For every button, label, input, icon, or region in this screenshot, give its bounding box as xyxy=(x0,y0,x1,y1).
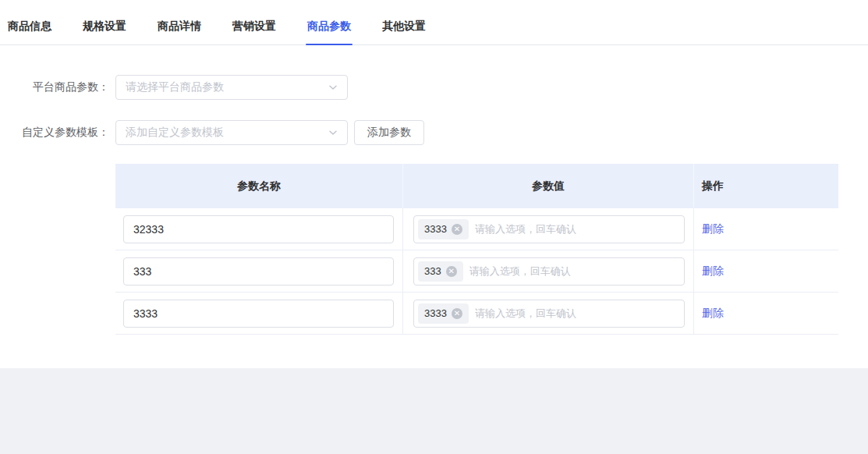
tab-spec-settings[interactable]: 规格设置 xyxy=(83,20,126,44)
delete-row-link[interactable]: 删除 xyxy=(702,222,724,236)
value-tag-label: 333 xyxy=(424,265,441,277)
action-cell: 删除 xyxy=(694,208,838,250)
tab-bar: 商品信息 规格设置 商品详情 营销设置 商品参数 其他设置 xyxy=(0,0,868,45)
tab-product-detail[interactable]: 商品详情 xyxy=(158,20,201,44)
param-value-tag-input[interactable]: 333✕ xyxy=(413,257,685,286)
params-table-header: 参数名称 参数值 操作 xyxy=(115,164,838,208)
platform-param-select-placeholder: 请选择平台商品参数 xyxy=(126,80,224,94)
param-value-cell: 3333✕ xyxy=(403,293,694,334)
platform-param-select[interactable]: 请选择平台商品参数 xyxy=(115,75,348,100)
custom-template-row: 自定义参数模板： 添加自定义参数模板 添加参数 xyxy=(0,120,868,145)
param-value-input[interactable] xyxy=(475,307,680,319)
value-tag: 3333✕ xyxy=(418,303,469,324)
value-tag: 3333✕ xyxy=(418,219,469,239)
chevron-down-icon xyxy=(328,128,338,137)
param-value-tag-input[interactable]: 3333✕ xyxy=(413,300,685,328)
param-name-input[interactable] xyxy=(123,257,394,286)
chevron-down-icon xyxy=(328,83,338,92)
platform-param-label: 平台商品参数： xyxy=(0,80,109,94)
tab-product-params[interactable]: 商品参数 xyxy=(307,20,351,44)
param-name-input[interactable] xyxy=(123,300,394,328)
tab-product-info[interactable]: 商品信息 xyxy=(8,20,51,44)
tag-close-icon[interactable]: ✕ xyxy=(446,266,457,277)
custom-template-label: 自定义参数模板： xyxy=(0,126,109,140)
param-value-cell: 3333✕ xyxy=(403,208,694,250)
add-param-button[interactable]: 添加参数 xyxy=(354,120,424,145)
param-name-input[interactable] xyxy=(123,215,394,243)
param-name-cell xyxy=(115,250,403,292)
value-tag-label: 3333 xyxy=(424,307,447,319)
tab-other-settings[interactable]: 其他设置 xyxy=(382,20,426,44)
table-row: 3333✕ 删除 xyxy=(115,208,838,250)
tab-marketing-settings[interactable]: 营销设置 xyxy=(232,20,276,44)
custom-template-select-placeholder: 添加自定义参数模板 xyxy=(126,126,224,140)
platform-param-row: 平台商品参数： 请选择平台商品参数 xyxy=(0,75,868,100)
header-action: 操作 xyxy=(694,164,838,208)
param-value-tag-input[interactable]: 3333✕ xyxy=(413,215,685,243)
tag-close-icon[interactable]: ✕ xyxy=(452,224,462,235)
header-param-value: 参数值 xyxy=(403,164,694,208)
action-cell: 删除 xyxy=(694,293,838,334)
custom-template-select[interactable]: 添加自定义参数模板 xyxy=(115,120,348,145)
delete-row-link[interactable]: 删除 xyxy=(702,307,724,321)
value-tag-label: 3333 xyxy=(424,223,447,235)
param-name-cell xyxy=(115,208,403,250)
param-value-cell: 333✕ xyxy=(403,250,694,292)
param-value-input[interactable] xyxy=(475,223,680,235)
params-table: 参数名称 参数值 操作 3333✕ 删除 xyxy=(115,164,838,335)
footer-background xyxy=(0,368,868,454)
delete-row-link[interactable]: 删除 xyxy=(702,264,724,278)
param-value-input[interactable] xyxy=(469,265,680,277)
value-tag: 333✕ xyxy=(418,261,463,282)
action-cell: 删除 xyxy=(694,250,838,292)
product-edit-page: 商品信息 规格设置 商品详情 营销设置 商品参数 其他设置 平台商品参数： 请选… xyxy=(0,0,868,454)
header-param-name: 参数名称 xyxy=(115,164,403,208)
table-row: 333✕ 删除 xyxy=(115,250,838,293)
param-name-cell xyxy=(115,293,403,334)
tag-close-icon[interactable]: ✕ xyxy=(452,308,462,319)
table-row: 3333✕ 删除 xyxy=(115,293,838,335)
